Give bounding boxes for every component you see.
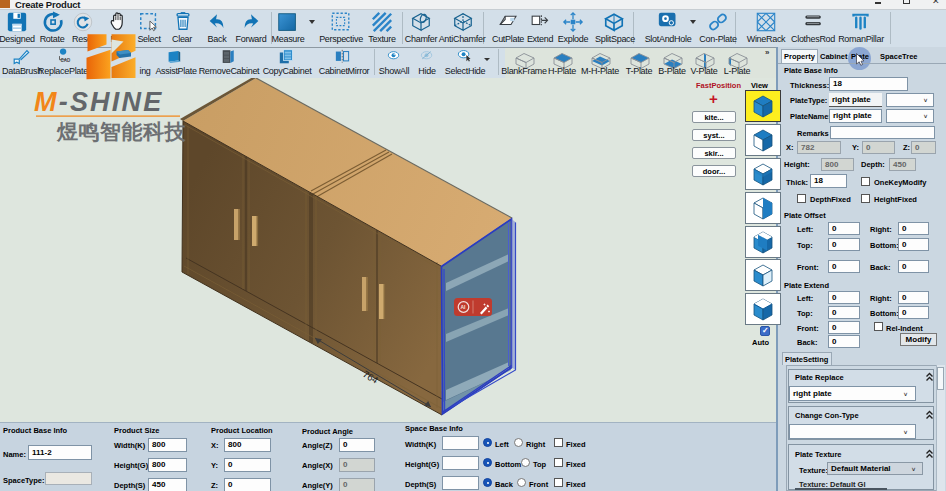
svg-text:AI: AI	[461, 304, 467, 310]
svg-text:煜鸣智能科技: 煜鸣智能科技	[56, 120, 187, 143]
svg-text:M-SHINE: M-SHINE	[34, 87, 163, 117]
